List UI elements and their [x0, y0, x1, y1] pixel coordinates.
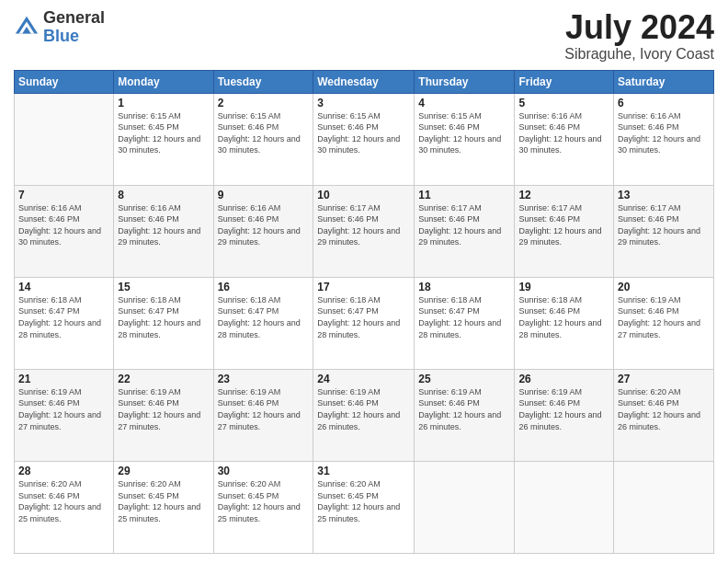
- day-number: 30: [218, 465, 310, 477]
- sunset-text: Sunset: 6:46 PM: [18, 490, 109, 502]
- sunset-text: Sunset: 6:46 PM: [518, 213, 609, 225]
- daylight-text: Daylight: 12 hours and 27 minutes.: [18, 409, 109, 432]
- calendar-cell: 9Sunrise: 6:16 AMSunset: 6:46 PMDaylight…: [213, 185, 313, 277]
- daylight-text: Daylight: 12 hours and 29 minutes.: [418, 225, 510, 248]
- weekday-header-row: SundayMondayTuesdayWednesdayThursdayFrid…: [15, 70, 714, 93]
- daylight-text: Daylight: 12 hours and 25 minutes.: [317, 501, 410, 524]
- calendar-body: 1Sunrise: 6:15 AMSunset: 6:45 PMDaylight…: [15, 93, 714, 553]
- sunset-text: Sunset: 6:47 PM: [418, 305, 510, 317]
- sunrise-text: Sunrise: 6:15 AM: [317, 110, 410, 122]
- sunset-text: Sunset: 6:46 PM: [418, 397, 510, 409]
- sunrise-text: Sunrise: 6:18 AM: [518, 294, 609, 306]
- daylight-text: Daylight: 12 hours and 28 minutes.: [118, 317, 209, 340]
- logo-icon: [14, 15, 40, 40]
- day-info: Sunrise: 6:19 AMSunset: 6:46 PMDaylight:…: [317, 386, 410, 432]
- daylight-text: Daylight: 12 hours and 30 minutes.: [218, 133, 310, 156]
- day-number: 23: [218, 373, 310, 385]
- daylight-text: Daylight: 12 hours and 27 minutes.: [618, 317, 710, 340]
- day-number: 7: [18, 189, 109, 201]
- sunrise-text: Sunrise: 6:19 AM: [418, 386, 510, 398]
- sunset-text: Sunset: 6:47 PM: [118, 305, 209, 317]
- day-number: 16: [218, 281, 310, 293]
- sunrise-text: Sunrise: 6:16 AM: [518, 110, 609, 122]
- sunrise-text: Sunrise: 6:19 AM: [218, 386, 310, 398]
- sunrise-text: Sunrise: 6:19 AM: [317, 386, 410, 398]
- daylight-text: Daylight: 12 hours and 26 minutes.: [317, 409, 410, 432]
- calendar-cell: 13Sunrise: 6:17 AMSunset: 6:46 PMDayligh…: [614, 185, 714, 277]
- sunset-text: Sunset: 6:46 PM: [118, 397, 209, 409]
- sunset-text: Sunset: 6:46 PM: [418, 121, 510, 133]
- daylight-text: Daylight: 12 hours and 28 minutes.: [218, 317, 310, 340]
- day-info: Sunrise: 6:15 AMSunset: 6:46 PMDaylight:…: [317, 110, 410, 156]
- calendar-cell: 21Sunrise: 6:19 AMSunset: 6:46 PMDayligh…: [15, 369, 114, 461]
- weekday-header-saturday: Saturday: [614, 70, 714, 93]
- calendar-cell: 24Sunrise: 6:19 AMSunset: 6:46 PMDayligh…: [313, 369, 415, 461]
- sunset-text: Sunset: 6:46 PM: [218, 121, 310, 133]
- calendar-cell: 11Sunrise: 6:17 AMSunset: 6:46 PMDayligh…: [415, 185, 515, 277]
- calendar-cell: 30Sunrise: 6:20 AMSunset: 6:45 PMDayligh…: [213, 461, 313, 553]
- day-number: 8: [118, 189, 209, 201]
- day-info: Sunrise: 6:18 AMSunset: 6:47 PMDaylight:…: [18, 294, 109, 340]
- weekday-header-friday: Friday: [515, 70, 614, 93]
- sunrise-text: Sunrise: 6:20 AM: [618, 386, 710, 398]
- sunrise-text: Sunrise: 6:16 AM: [118, 202, 209, 214]
- day-number: 31: [317, 465, 410, 477]
- sunset-text: Sunset: 6:47 PM: [317, 305, 410, 317]
- calendar-header: SundayMondayTuesdayWednesdayThursdayFrid…: [15, 70, 714, 93]
- calendar-cell: 4Sunrise: 6:15 AMSunset: 6:46 PMDaylight…: [415, 93, 515, 185]
- daylight-text: Daylight: 12 hours and 30 minutes.: [418, 133, 510, 156]
- day-number: 26: [518, 373, 609, 385]
- day-info: Sunrise: 6:16 AMSunset: 6:46 PMDaylight:…: [618, 110, 710, 156]
- sunset-text: Sunset: 6:46 PM: [317, 213, 410, 225]
- calendar-table: SundayMondayTuesdayWednesdayThursdayFrid…: [14, 70, 714, 554]
- day-number: 25: [418, 373, 510, 385]
- day-number: 20: [618, 281, 710, 293]
- calendar-cell: 12Sunrise: 6:17 AMSunset: 6:46 PMDayligh…: [515, 185, 614, 277]
- sunset-text: Sunset: 6:45 PM: [317, 490, 410, 502]
- daylight-text: Daylight: 12 hours and 25 minutes.: [18, 501, 109, 524]
- calendar-cell: 22Sunrise: 6:19 AMSunset: 6:46 PMDayligh…: [114, 369, 213, 461]
- calendar-week-1: 1Sunrise: 6:15 AMSunset: 6:45 PMDaylight…: [15, 93, 714, 185]
- sunrise-text: Sunrise: 6:19 AM: [518, 386, 609, 398]
- calendar-page: General Blue July 2024 Sibraguhe, Ivory …: [0, 0, 728, 563]
- sunset-text: Sunset: 6:46 PM: [518, 397, 609, 409]
- sunrise-text: Sunrise: 6:20 AM: [317, 478, 410, 490]
- logo-blue: Blue: [43, 28, 105, 46]
- day-number: 19: [518, 281, 609, 293]
- weekday-header-sunday: Sunday: [15, 70, 114, 93]
- sunset-text: Sunset: 6:46 PM: [518, 121, 609, 133]
- sunset-text: Sunset: 6:46 PM: [18, 213, 109, 225]
- calendar-cell: 10Sunrise: 6:17 AMSunset: 6:46 PMDayligh…: [313, 185, 415, 277]
- calendar-week-5: 28Sunrise: 6:20 AMSunset: 6:46 PMDayligh…: [15, 461, 714, 553]
- sunrise-text: Sunrise: 6:15 AM: [418, 110, 510, 122]
- calendar-cell: 31Sunrise: 6:20 AMSunset: 6:45 PMDayligh…: [313, 461, 415, 553]
- daylight-text: Daylight: 12 hours and 29 minutes.: [618, 225, 710, 248]
- daylight-text: Daylight: 12 hours and 27 minutes.: [218, 409, 310, 432]
- sunrise-text: Sunrise: 6:16 AM: [18, 202, 109, 214]
- weekday-header-monday: Monday: [114, 70, 213, 93]
- day-number: 24: [317, 373, 410, 385]
- sunrise-text: Sunrise: 6:15 AM: [218, 110, 310, 122]
- logo-text: General Blue: [43, 9, 105, 46]
- sunrise-text: Sunrise: 6:16 AM: [218, 202, 310, 214]
- day-info: Sunrise: 6:16 AMSunset: 6:46 PMDaylight:…: [18, 202, 109, 248]
- daylight-text: Daylight: 12 hours and 29 minutes.: [218, 225, 310, 248]
- day-info: Sunrise: 6:18 AMSunset: 6:46 PMDaylight:…: [518, 294, 609, 340]
- daylight-text: Daylight: 12 hours and 26 minutes.: [418, 409, 510, 432]
- day-info: Sunrise: 6:16 AMSunset: 6:46 PMDaylight:…: [118, 202, 209, 248]
- day-number: 27: [618, 373, 710, 385]
- day-info: Sunrise: 6:16 AMSunset: 6:46 PMDaylight:…: [218, 202, 310, 248]
- calendar-cell: 19Sunrise: 6:18 AMSunset: 6:46 PMDayligh…: [515, 277, 614, 369]
- day-info: Sunrise: 6:17 AMSunset: 6:46 PMDaylight:…: [418, 202, 510, 248]
- sunset-text: Sunset: 6:46 PM: [618, 121, 710, 133]
- day-number: 9: [218, 189, 310, 201]
- day-info: Sunrise: 6:18 AMSunset: 6:47 PMDaylight:…: [418, 294, 510, 340]
- sunset-text: Sunset: 6:45 PM: [218, 490, 310, 502]
- logo-general: General: [43, 9, 105, 28]
- calendar-cell: 29Sunrise: 6:20 AMSunset: 6:45 PMDayligh…: [114, 461, 213, 553]
- sunset-text: Sunset: 6:46 PM: [618, 397, 710, 409]
- day-info: Sunrise: 6:18 AMSunset: 6:47 PMDaylight:…: [218, 294, 310, 340]
- day-info: Sunrise: 6:20 AMSunset: 6:46 PMDaylight:…: [18, 478, 109, 524]
- sunrise-text: Sunrise: 6:15 AM: [118, 110, 209, 122]
- day-info: Sunrise: 6:16 AMSunset: 6:46 PMDaylight:…: [518, 110, 609, 156]
